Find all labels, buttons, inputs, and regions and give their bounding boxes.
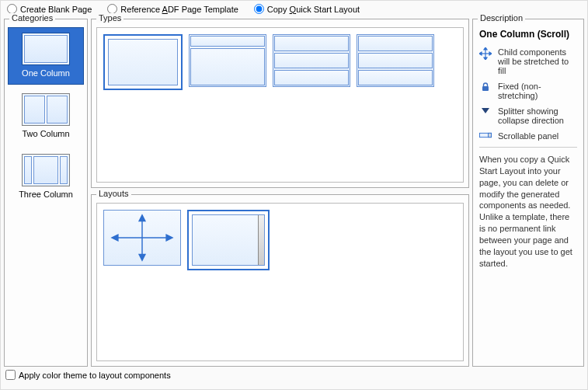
description-title: One Column (Scroll) (479, 29, 577, 40)
description-label: Description (478, 13, 525, 23)
layouts-panel: Layouts (91, 194, 469, 367)
svg-marker-2 (139, 215, 145, 221)
stretch-icon (479, 47, 492, 60)
scroll-panel-icon (479, 131, 492, 139)
svg-marker-4 (112, 235, 118, 241)
description-separator (479, 147, 577, 148)
scrollbar-icon (258, 215, 264, 265)
category-label: One Column (22, 68, 70, 78)
legend-fixed: Fixed (non-stretching) (479, 82, 577, 100)
legend-splitter: Splitter showing collapse direction (479, 106, 577, 125)
radio-copy-quick-start[interactable]: Copy Quick Start Layout (254, 4, 360, 14)
types-panel: Types (91, 19, 469, 188)
svg-rect-15 (489, 133, 492, 137)
layout-stretch[interactable] (103, 210, 181, 266)
category-two-column[interactable]: Two Column (8, 88, 84, 145)
lock-icon (479, 82, 492, 92)
footer: Apply color theme to layout components (1, 367, 587, 383)
description-body: When you copy a Quick Start Layout into … (479, 154, 577, 269)
apply-theme-checkbox[interactable] (5, 370, 16, 380)
svg-marker-9 (484, 57, 487, 60)
svg-marker-10 (479, 52, 482, 55)
category-label: Three Column (19, 190, 73, 199)
svg-marker-13 (482, 108, 489, 113)
svg-rect-12 (482, 86, 489, 91)
splitter-icon (479, 106, 492, 114)
legend-scroll: Scrollable panel (479, 131, 577, 141)
category-label: Two Column (22, 129, 69, 138)
svg-marker-3 (139, 254, 145, 260)
types-label: Types (96, 13, 124, 23)
stretch-arrows-icon (104, 211, 180, 265)
category-two-column-thumb (22, 93, 70, 126)
layouts-list (96, 203, 464, 361)
categories-label: Categories (9, 13, 55, 23)
type-tall-header-two-rows[interactable] (357, 34, 434, 87)
category-one-column[interactable]: One Column (8, 27, 84, 85)
type-single-pane[interactable] (103, 34, 183, 90)
types-list (96, 27, 464, 183)
layouts-label: Layouts (96, 189, 131, 198)
layout-scroll[interactable] (187, 210, 270, 270)
svg-marker-11 (489, 52, 492, 55)
apply-theme-label[interactable]: Apply color theme to layout components (19, 371, 171, 380)
categories-panel: Categories One Column Two Column Three C… (4, 19, 88, 367)
radio-reference-adf[interactable]: Reference ADF Page Template (107, 4, 238, 14)
svg-marker-5 (166, 235, 172, 241)
svg-marker-8 (484, 47, 487, 50)
category-three-column[interactable]: Three Column (8, 148, 84, 206)
category-one-column-thumb (22, 33, 70, 65)
type-three-rows[interactable] (273, 34, 350, 87)
description-panel: Description One Column (Scroll) Child co… (472, 19, 584, 367)
category-three-column-thumb (22, 154, 70, 186)
legend-stretch: Child components will be stretched to fi… (479, 47, 577, 75)
type-header-body[interactable] (189, 34, 266, 87)
